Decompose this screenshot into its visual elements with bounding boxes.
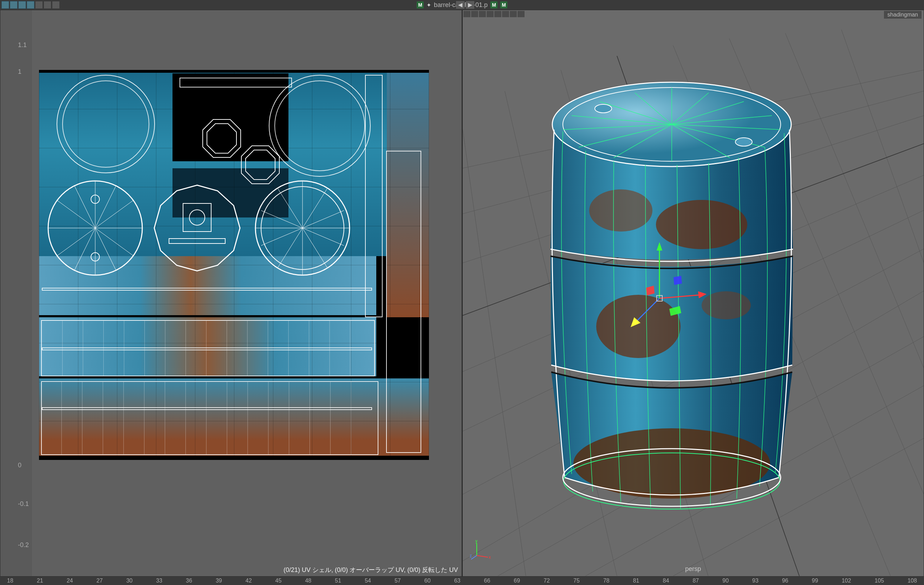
timeline[interactable]: 18 21 24 27 30 33 36 39 42 45 48 51 54 5… <box>0 577 924 585</box>
frame-tick[interactable]: 66 <box>484 578 490 584</box>
svg-line-32 <box>278 228 302 268</box>
toolbar-btn-3[interactable] <box>18 1 26 9</box>
svg-marker-121 <box>673 276 682 285</box>
maya-icon-2: M <box>490 2 497 8</box>
frame-tick[interactable]: 93 <box>752 578 759 584</box>
uv-shell-vertical-strip-2[interactable] <box>386 151 421 453</box>
frame-tick[interactable]: 39 <box>216 578 222 584</box>
uv-shell-vertical-strip-1[interactable] <box>365 75 383 317</box>
svg-point-91 <box>701 291 751 319</box>
toolbar-btn-4[interactable] <box>27 1 35 9</box>
svg-marker-2 <box>241 146 279 184</box>
uv-canvas[interactable]: 1.1 1 0 -0.1 -0.2 <box>0 10 462 576</box>
frame-tick[interactable]: 36 <box>186 578 192 584</box>
frame-tick[interactable]: 54 <box>365 578 371 584</box>
svg-line-26 <box>302 189 327 228</box>
uv-shell-bar-top[interactable] <box>180 78 292 88</box>
frame-tick[interactable]: 24 <box>67 578 73 584</box>
uv-editor-panel[interactable]: 1.1 1 0 -0.1 -0.2 <box>0 10 462 577</box>
toolbar-btn-2[interactable] <box>10 1 18 9</box>
frame-tick[interactable]: 90 <box>722 578 729 584</box>
svg-point-111 <box>735 138 752 146</box>
svg-marker-122 <box>669 306 681 316</box>
uv-shell-seam-2[interactable] <box>42 347 372 350</box>
frame-tick[interactable]: 27 <box>97 578 103 584</box>
svg-marker-120 <box>646 286 655 296</box>
frame-tick[interactable]: 18 <box>7 578 13 584</box>
svg-line-29 <box>302 228 344 246</box>
uv-status-text: (0/21) UV シェル, (0/0) オーバーラップ UV, (0/0) 反… <box>284 566 458 574</box>
frame-tick[interactable]: 78 <box>603 578 610 584</box>
uv-tick: 1 <box>18 68 21 76</box>
svg-line-27 <box>302 210 344 228</box>
viewport-3d[interactable]: shadingman <box>463 10 924 576</box>
svg-marker-1 <box>207 124 236 153</box>
camera-label: persp <box>685 565 701 573</box>
svg-text:x: x <box>489 555 491 560</box>
frame-tick[interactable]: 75 <box>573 578 580 584</box>
svg-line-16 <box>74 185 95 228</box>
svg-marker-3 <box>246 150 275 180</box>
frame-tick[interactable]: 87 <box>693 578 699 584</box>
svg-line-30 <box>302 228 327 268</box>
uv-shell-ring-top-left[interactable] <box>56 75 155 173</box>
svg-line-7 <box>95 200 134 228</box>
frame-tick[interactable]: 60 <box>424 578 431 584</box>
uv-tick: 1.1 <box>18 41 27 49</box>
svg-line-126 <box>477 555 488 557</box>
frame-tick[interactable]: 105 <box>874 578 884 584</box>
uv-shell-body-strip-2[interactable] <box>41 381 378 455</box>
uv-area[interactable] <box>32 10 462 576</box>
nav-next-button[interactable]: ▶ <box>466 1 474 9</box>
svg-line-33 <box>261 228 302 246</box>
svg-line-15 <box>56 200 95 228</box>
frame-tick[interactable]: 45 <box>276 578 282 584</box>
frame-tick[interactable]: 33 <box>156 578 162 584</box>
frame-tick[interactable]: 48 <box>305 578 311 584</box>
uv-shell-seam-1[interactable] <box>42 288 372 291</box>
svg-line-10 <box>95 228 116 271</box>
top-toolbar: M ✦ barrel-can-RE-01.p M M ◀ ▶ <box>0 0 924 10</box>
frame-tick[interactable]: 30 <box>126 578 132 584</box>
nav-arrows: ◀ ▶ <box>456 1 474 9</box>
toolbar-btn-7[interactable] <box>52 1 60 9</box>
frame-tick[interactable]: 57 <box>394 578 401 584</box>
svg-line-13 <box>56 228 95 256</box>
uv-shell-top-cap-1[interactable] <box>46 179 144 277</box>
nav-prev-button[interactable]: ◀ <box>456 1 464 9</box>
svg-text:z: z <box>470 554 472 558</box>
uv-ruler-vertical: 1.1 1 0 -0.1 -0.2 <box>0 10 32 576</box>
frame-tick[interactable]: 51 <box>335 578 341 584</box>
svg-point-21 <box>190 210 205 225</box>
frame-tick[interactable]: 72 <box>543 578 550 584</box>
toolbar-btn-1[interactable] <box>2 1 9 9</box>
frame-tick[interactable]: 42 <box>246 578 252 584</box>
axis-indicator: y x z <box>470 540 491 562</box>
star-icon: ✦ <box>427 2 431 8</box>
move-gizmo[interactable] <box>624 238 709 330</box>
frame-tick[interactable]: 21 <box>37 578 43 584</box>
frame-tick[interactable]: 69 <box>514 578 520 584</box>
maya-icon-3: M <box>500 2 507 8</box>
frame-tick[interactable]: 84 <box>663 578 669 584</box>
svg-rect-20 <box>183 203 211 231</box>
viewport-3d-panel[interactable]: shadingman <box>462 10 924 577</box>
uv-shell-octagon-1[interactable] <box>201 117 243 160</box>
maya-icon: M <box>417 2 424 8</box>
toolbar-btn-5[interactable] <box>35 1 43 9</box>
frame-tick[interactable]: 96 <box>782 578 789 584</box>
frame-tick[interactable]: 99 <box>812 578 818 584</box>
frame-tick[interactable]: 108 <box>908 578 917 584</box>
uv-shell-ring-top-right[interactable] <box>269 75 371 177</box>
svg-line-116 <box>660 295 701 298</box>
frame-tick[interactable]: 81 <box>633 578 639 584</box>
svg-point-110 <box>595 104 612 113</box>
svg-line-12 <box>74 228 95 271</box>
toolbar-btn-6[interactable] <box>44 1 51 9</box>
uv-shell-mid-frame[interactable] <box>152 182 243 274</box>
uv-shell-top-cap-2[interactable] <box>253 179 352 277</box>
frame-tick[interactable]: 63 <box>454 578 460 584</box>
uv-shell-seam-3[interactable] <box>42 407 372 410</box>
svg-marker-0 <box>203 119 241 157</box>
frame-tick[interactable]: 102 <box>842 578 851 584</box>
